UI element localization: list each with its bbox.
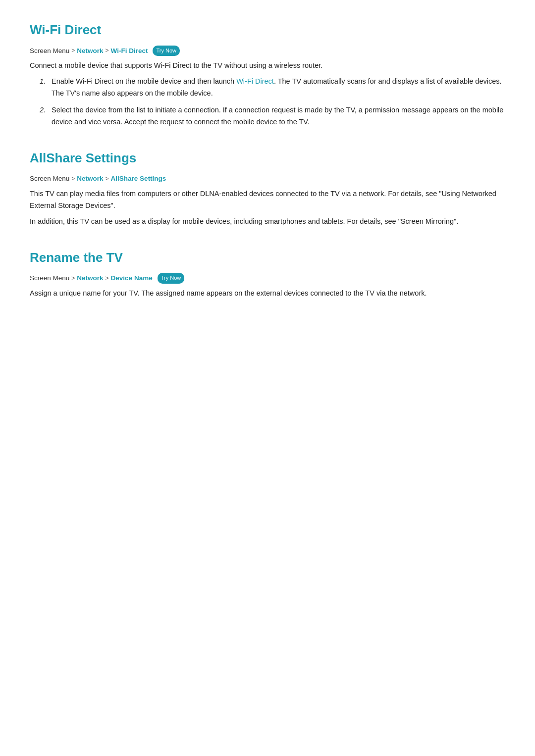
try-now-badge-renametv[interactable]: Try Now: [158, 273, 185, 284]
renametv-breadcrumb: Screen Menu > Network > Device Name Try …: [30, 273, 505, 284]
renametv-section: Rename the TV Screen Menu > Network > De…: [30, 248, 505, 300]
renametv-paragraph: Assign a unique name for your TV. The as…: [30, 288, 505, 300]
list-item: 1. Enable Wi-Fi Direct on the mobile dev…: [40, 76, 505, 100]
breadcrumb-sep1: >: [71, 274, 75, 283]
breadcrumb-wifidirect-link[interactable]: Wi-Fi Direct: [111, 46, 148, 56]
list-num-2: 2.: [40, 104, 46, 116]
wifidirect-inline-link[interactable]: Wi-Fi Direct: [236, 77, 274, 85]
renametv-title: Rename the TV: [30, 248, 505, 268]
breadcrumb-sep2: >: [106, 274, 109, 283]
breadcrumb-sep1: >: [71, 46, 75, 55]
wifidirect-section: Wi-Fi Direct Screen Menu > Network > Wi-…: [30, 20, 505, 128]
breadcrumb-network-link[interactable]: Network: [77, 173, 103, 184]
step1-text: Enable Wi-Fi Direct on the mobile device…: [52, 77, 502, 97]
allshare-breadcrumb: Screen Menu > Network > AllShare Setting…: [30, 173, 505, 184]
breadcrumb-sep2: >: [106, 174, 109, 184]
breadcrumb-sep1: >: [71, 174, 75, 184]
step1-before: Enable Wi-Fi Direct on the mobile device…: [52, 77, 236, 85]
breadcrumb-devicename-link[interactable]: Device Name: [111, 273, 153, 284]
breadcrumb-prefix: Screen Menu: [30, 173, 69, 184]
try-now-badge-wifidirect[interactable]: Try Now: [153, 46, 180, 56]
breadcrumb-network-link[interactable]: Network: [77, 273, 103, 284]
breadcrumb-network-link[interactable]: Network: [77, 46, 103, 56]
allshare-para1: This TV can play media files from comput…: [30, 188, 505, 212]
allshare-title: AllShare Settings: [30, 148, 505, 169]
breadcrumb-prefix: Screen Menu: [30, 46, 69, 56]
wifidirect-steps: 1. Enable Wi-Fi Direct on the mobile dev…: [40, 76, 505, 128]
wifidirect-title: Wi-Fi Direct: [30, 20, 505, 41]
list-num-1: 1.: [40, 76, 46, 88]
list-item: 2. Select the device from the list to in…: [40, 104, 505, 128]
breadcrumb-allshare-link[interactable]: AllShare Settings: [111, 173, 166, 184]
allshare-section: AllShare Settings Screen Menu > Network …: [30, 148, 505, 228]
step2-text: Select the device from the list to initi…: [52, 106, 503, 126]
allshare-para2: In addition, this TV can be used as a di…: [30, 216, 505, 228]
wifidirect-intro: Connect a mobile device that supports Wi…: [30, 60, 505, 72]
wifidirect-breadcrumb: Screen Menu > Network > Wi-Fi Direct Try…: [30, 46, 505, 56]
breadcrumb-sep2: >: [106, 46, 109, 55]
breadcrumb-prefix: Screen Menu: [30, 273, 69, 284]
